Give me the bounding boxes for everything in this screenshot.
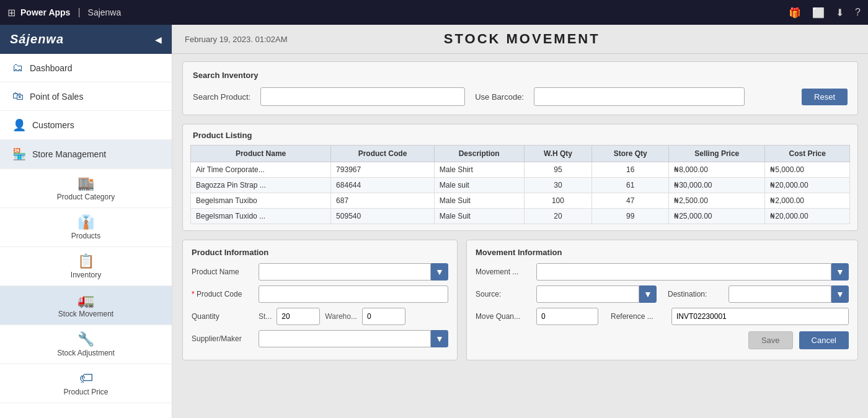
sidebar-item-stock-movement[interactable]: 🚛 Stock Movement (0, 286, 172, 325)
source-dropdown-button[interactable]: ▼ (639, 285, 657, 303)
sidebar-item-inventory[interactable]: 📋 Inventory (0, 247, 172, 286)
search-product-input[interactable] (260, 87, 465, 106)
reference-label: Reference ... (611, 312, 666, 321)
supplier-input[interactable] (259, 330, 431, 347)
save-button[interactable]: Save (748, 331, 793, 349)
cell-store-qty: 16 (592, 162, 669, 178)
store-qty-input[interactable] (277, 308, 320, 325)
search-section-title: Search Inventory (193, 71, 848, 80)
sidebar-logo: Sájenwa (10, 32, 64, 46)
destination-dropdown-button[interactable]: ▼ (831, 285, 849, 303)
search-row: Search Product: Use Barcode: Reset (193, 87, 848, 106)
sidebar-item-customers[interactable]: 👤 Customers (0, 111, 172, 140)
reference-input[interactable] (671, 308, 849, 325)
move-quantity-row: Move Quan... Reference ... (476, 308, 849, 325)
topbar-brand: Sajenwa (88, 7, 122, 17)
reset-button[interactable]: Reset (802, 89, 848, 105)
destination-label: Destination: (668, 290, 724, 298)
product-name-input[interactable] (259, 263, 431, 281)
sidebar-sub-items: 🏬 Product Category 👔 Products 📋 Inventor… (0, 169, 172, 403)
col-selling-price: Selling Price (669, 146, 765, 162)
product-name-row: Product Name ▼ (192, 263, 448, 281)
gift-icon[interactable]: 🎁 (789, 7, 801, 19)
supplier-select-row: ▼ (259, 330, 448, 347)
source-dest-row: Source: ▼ Destination: ▼ (476, 285, 849, 303)
cell-product-code: 684644 (331, 178, 435, 193)
cancel-button[interactable]: Cancel (799, 331, 849, 349)
product-code-input[interactable] (259, 285, 448, 303)
source-input[interactable] (536, 285, 639, 303)
col-product-code: Product Code (331, 146, 435, 162)
movement-type-row: Movement ... ▼ (476, 263, 849, 281)
warehouse-qty-input[interactable] (362, 308, 405, 325)
barcode-input[interactable] (534, 87, 745, 106)
cell-store-qty: 61 (592, 178, 669, 193)
download-icon[interactable]: ⬇ (836, 7, 844, 19)
cell-wh-qty: 20 (524, 209, 592, 224)
content-body: Search Inventory Search Product: Use Bar… (172, 54, 868, 418)
cell-description: Male suit (434, 178, 524, 193)
table-row[interactable]: Bagozza Pin Strap ... 684644 Male suit 3… (191, 178, 850, 193)
search-section: Search Inventory Search Product: Use Bar… (182, 61, 858, 115)
sidebar-item-point-of-sales[interactable]: 🛍 Point of Sales (0, 82, 172, 111)
move-quantity-label: Move Quan... (476, 312, 531, 321)
supplier-dropdown-button[interactable]: ▼ (431, 330, 448, 347)
col-cost-price: Cost Price (765, 146, 850, 162)
use-barcode-label: Use Barcode: (475, 92, 524, 102)
source-select-row: ▼ (536, 285, 657, 303)
cell-wh-qty: 30 (524, 178, 592, 193)
movement-type-dropdown-button[interactable]: ▼ (831, 263, 849, 281)
cell-wh-qty: 100 (524, 193, 592, 209)
sidebar-item-label: Point of Sales (30, 92, 83, 102)
cell-wh-qty: 95 (524, 162, 592, 178)
sidebar-item-stock-adjustment[interactable]: 🔧 Stock Adjustment (0, 325, 172, 364)
col-description: Description (434, 146, 524, 162)
cell-description: Male Suit (434, 209, 524, 224)
customers-icon: 👤 (12, 118, 26, 132)
cell-cost-price: ₦20,000.00 (765, 209, 850, 224)
col-wh-qty: W.H Qty (524, 146, 592, 162)
sidebar-item-store-management[interactable]: 🏪 Store Management (0, 140, 172, 169)
sub-item-label: Products (71, 232, 100, 240)
stock-movement-icon: 🚛 (78, 292, 94, 308)
listing-title: Product Listing (190, 131, 850, 140)
sidebar-collapse-button[interactable]: ◀ (155, 35, 162, 45)
product-name-dropdown-button[interactable]: ▼ (431, 263, 448, 281)
product-code-label: Product Code (192, 290, 254, 298)
destination-input[interactable] (728, 285, 831, 303)
topbar-actions: 🎁 ⬜ ⬇ ? (789, 7, 861, 19)
resize-icon[interactable]: ⬜ (812, 7, 825, 19)
sidebar-item-product-category[interactable]: 🏬 Product Category (0, 169, 172, 208)
movement-select-row: ▼ (536, 263, 849, 281)
sub-item-label: Stock Movement (58, 310, 113, 318)
cell-description: Male Shirt (434, 162, 524, 178)
sidebar-item-product-price[interactable]: 🏷 Product Price (0, 364, 172, 403)
cell-product-name: Bagozza Pin Strap ... (191, 178, 331, 193)
sidebar-item-products[interactable]: 👔 Products (0, 208, 172, 247)
content-date: February 19, 2023. 01:02AM (185, 35, 288, 44)
sidebar-item-dashboard[interactable]: 🗂 Dashboard (0, 54, 172, 82)
topbar-separator: | (78, 7, 80, 18)
warehouse-qty-label: Wareho... (325, 312, 357, 321)
sidebar-item-label: Customers (32, 120, 74, 130)
move-quantity-input[interactable] (536, 308, 598, 325)
help-icon[interactable]: ? (855, 7, 861, 18)
sidebar-item-label: Dashboard (30, 63, 73, 73)
cell-store-qty: 47 (592, 193, 669, 209)
grid-icon[interactable]: ⊞ (7, 7, 16, 19)
table-row[interactable]: Air Time Corporate... 793967 Male Shirt … (191, 162, 850, 178)
page-title: STOCK MOVEMENT (444, 31, 600, 47)
col-store-qty: Store Qty (592, 146, 669, 162)
table-row[interactable]: Begelsman Tuxibo 687 Male Suit 100 47 ₦2… (191, 193, 850, 209)
table-row[interactable]: Begelsman Tuxido ... 509540 Male Suit 20… (191, 209, 850, 224)
product-category-icon: 🏬 (78, 175, 94, 191)
product-information-box: Product Information Product Name ▼ Produ… (182, 240, 458, 360)
sub-item-label: Stock Adjustment (57, 349, 115, 357)
product-name-label: Product Name (192, 268, 254, 276)
sidebar-item-label: Store Management (32, 149, 106, 159)
cell-description: Male Suit (434, 193, 524, 209)
movement-type-input[interactable] (536, 263, 831, 281)
cell-selling-price: ₦25,000.00 (669, 209, 765, 224)
app-name: Power Apps (20, 7, 70, 17)
movement-label: Movement ... (476, 268, 531, 276)
